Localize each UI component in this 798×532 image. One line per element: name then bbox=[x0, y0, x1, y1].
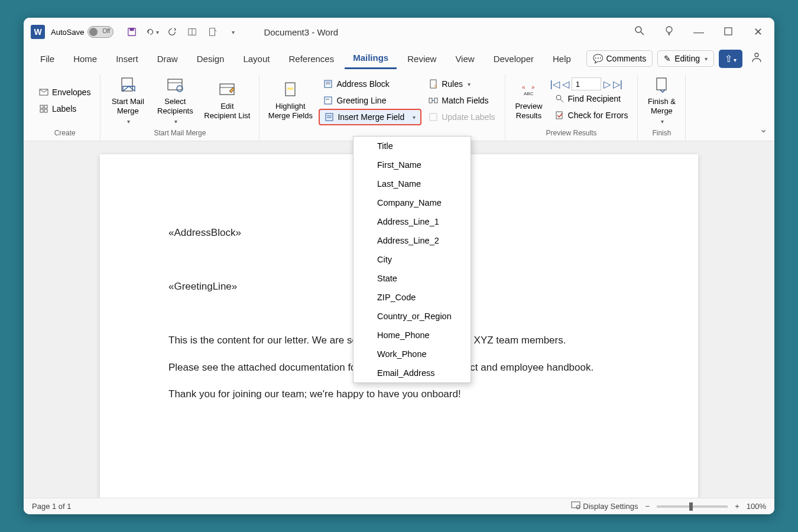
last-record-button[interactable]: ▷| bbox=[613, 79, 622, 90]
tab-layout[interactable]: Layout bbox=[235, 49, 278, 69]
tab-review[interactable]: Review bbox=[399, 49, 445, 69]
check-errors-button[interactable]: Check for Errors bbox=[550, 107, 633, 124]
address-block-label: Address Block bbox=[336, 79, 389, 89]
svg-rect-30 bbox=[326, 113, 333, 121]
body-paragraph-3[interactable]: Thank you for joining our team; we're ha… bbox=[168, 387, 630, 402]
qat-item-2[interactable] bbox=[205, 24, 220, 40]
match-fields-label: Match Fields bbox=[442, 96, 488, 105]
customize-qat[interactable]: ▾ bbox=[225, 24, 240, 40]
tab-home[interactable]: Home bbox=[65, 49, 105, 69]
chevron-down-icon: ▾ bbox=[156, 29, 159, 35]
merge-field-zip-code[interactable]: ZIP_Code bbox=[353, 288, 471, 307]
find-recipient-button[interactable]: Find Recipient bbox=[550, 90, 633, 107]
save-icon bbox=[127, 27, 137, 37]
tab-action-buttons: 💬Comments ✎Editing▾ ⇧▾ bbox=[586, 48, 767, 69]
labels-button[interactable]: Labels bbox=[34, 100, 95, 117]
share-button[interactable]: ⇧▾ bbox=[719, 50, 742, 68]
envelopes-button[interactable]: Envelopes bbox=[34, 84, 95, 100]
preview-results-label: Preview Results bbox=[515, 102, 542, 120]
tab-references[interactable]: References bbox=[280, 49, 342, 69]
tab-file[interactable]: File bbox=[32, 49, 63, 69]
labels-icon bbox=[39, 104, 48, 113]
comments-button[interactable]: 💬Comments bbox=[586, 50, 653, 67]
editing-mode-button[interactable]: ✎Editing▾ bbox=[657, 50, 714, 67]
undo-button[interactable]: ▾ bbox=[144, 24, 160, 40]
zoom-level[interactable]: 100% bbox=[747, 502, 766, 511]
document-icon bbox=[207, 27, 217, 37]
tab-insert[interactable]: Insert bbox=[108, 49, 147, 69]
merge-field-work-phone[interactable]: Work_Phone bbox=[353, 345, 471, 364]
update-labels-button: Update Labels bbox=[424, 109, 499, 125]
toggle-knob-icon bbox=[89, 28, 98, 36]
autosave-toggle[interactable]: Off bbox=[87, 26, 113, 38]
preview-results-button[interactable]: «»ABCPreview Results bbox=[510, 74, 548, 126]
editing-label: Editing bbox=[674, 54, 700, 63]
merge-field-company-name[interactable]: Company_Name bbox=[353, 193, 471, 212]
address-block-button[interactable]: Address Block bbox=[319, 76, 421, 92]
merge-field-state[interactable]: State bbox=[353, 269, 471, 288]
edit-recipient-list-button[interactable]: Edit Recipient List bbox=[200, 74, 254, 126]
tab-draw[interactable]: Draw bbox=[149, 49, 186, 69]
insert-merge-field-button[interactable]: Insert Merge Field▾ bbox=[319, 109, 421, 125]
qat-item-1[interactable] bbox=[184, 24, 200, 40]
save-button[interactable] bbox=[124, 24, 140, 40]
merge-field-last-name[interactable]: Last_Name bbox=[353, 174, 471, 193]
zoom-out-button[interactable]: − bbox=[645, 502, 650, 511]
account-button[interactable] bbox=[747, 48, 766, 69]
zoom-slider[interactable] bbox=[657, 505, 728, 508]
merge-field-address-line-2[interactable]: Address_Line_2 bbox=[353, 231, 471, 250]
finish-merge-button[interactable]: Finish & Merge▾ bbox=[643, 74, 680, 126]
autosave-control[interactable]: AutoSave Off bbox=[51, 26, 113, 38]
record-number-input[interactable] bbox=[572, 77, 601, 90]
match-fields-button[interactable]: Match Fields bbox=[424, 92, 499, 109]
merge-field-home-phone[interactable]: Home_Phone bbox=[353, 326, 471, 345]
minimize-button[interactable]: — bbox=[689, 22, 708, 41]
svg-rect-37 bbox=[430, 113, 437, 121]
page-info[interactable]: Page 1 of 1 bbox=[32, 502, 72, 511]
ribbon-expand-button[interactable]: ⌄ bbox=[760, 124, 767, 135]
mail-merge-icon bbox=[118, 76, 137, 95]
redo-button[interactable] bbox=[164, 24, 180, 40]
find-recipient-icon bbox=[555, 94, 565, 103]
undo-icon bbox=[145, 27, 155, 37]
start-mail-merge-button[interactable]: Start Mail Merge▾ bbox=[105, 74, 150, 126]
zoom-in-button[interactable]: + bbox=[735, 502, 739, 511]
svg-point-46 bbox=[576, 505, 580, 509]
next-record-button[interactable]: ▷ bbox=[604, 79, 611, 90]
close-button[interactable]: ✕ bbox=[748, 22, 767, 41]
search-button[interactable] bbox=[630, 22, 649, 41]
ribbon-group-finish: Finish & Merge▾ Finish bbox=[638, 74, 686, 141]
display-settings-button[interactable]: Display Settings bbox=[571, 501, 638, 511]
maximize-button[interactable] bbox=[719, 22, 738, 41]
prev-record-button[interactable]: ◁ bbox=[562, 79, 569, 90]
merge-field-email[interactable]: Email_Address bbox=[353, 364, 471, 382]
minus-icon: − bbox=[645, 502, 650, 511]
first-record-button[interactable]: |◁ bbox=[550, 79, 560, 90]
tab-design[interactable]: Design bbox=[189, 49, 233, 69]
merge-field-country[interactable]: Country_or_Region bbox=[353, 307, 471, 326]
rules-button[interactable]: Rules▾ bbox=[424, 76, 499, 92]
tab-help[interactable]: Help bbox=[544, 49, 579, 69]
slider-thumb-icon bbox=[689, 502, 693, 511]
group-label-start-mail-merge: Start Mail Merge bbox=[154, 126, 206, 141]
greeting-line-button[interactable]: Greeting Line bbox=[319, 92, 421, 109]
tab-mailings[interactable]: Mailings bbox=[345, 48, 397, 69]
merge-field-city[interactable]: City bbox=[353, 250, 471, 269]
group-label-finish: Finish bbox=[652, 126, 671, 141]
labels-label: Labels bbox=[52, 104, 76, 113]
help-tips-button[interactable] bbox=[660, 22, 679, 41]
ribbon-mailings: Envelopes Labels Create Start Mail Merge… bbox=[24, 71, 774, 141]
merge-field-first-name[interactable]: First_Name bbox=[353, 155, 471, 174]
chevron-down-icon: ▾ bbox=[413, 114, 416, 121]
highlight-merge-fields-button[interactable]: Highlight Merge Fields bbox=[264, 74, 316, 126]
insert-merge-field-label: Insert Merge Field bbox=[338, 112, 404, 122]
word-app-window: W AutoSave Off ▾ ▾ Document3 - Word — ✕ bbox=[24, 18, 774, 514]
select-recipients-button[interactable]: Select Recipients▾ bbox=[153, 74, 197, 126]
address-block-icon bbox=[323, 79, 333, 89]
svg-rect-4 bbox=[210, 28, 215, 35]
tab-developer[interactable]: Developer bbox=[485, 49, 542, 69]
tab-view[interactable]: View bbox=[447, 49, 482, 69]
select-recipients-label: Select Recipients bbox=[157, 97, 193, 115]
merge-field-address-line-1[interactable]: Address_Line_1 bbox=[353, 212, 471, 231]
merge-field-title[interactable]: Title bbox=[353, 137, 471, 155]
